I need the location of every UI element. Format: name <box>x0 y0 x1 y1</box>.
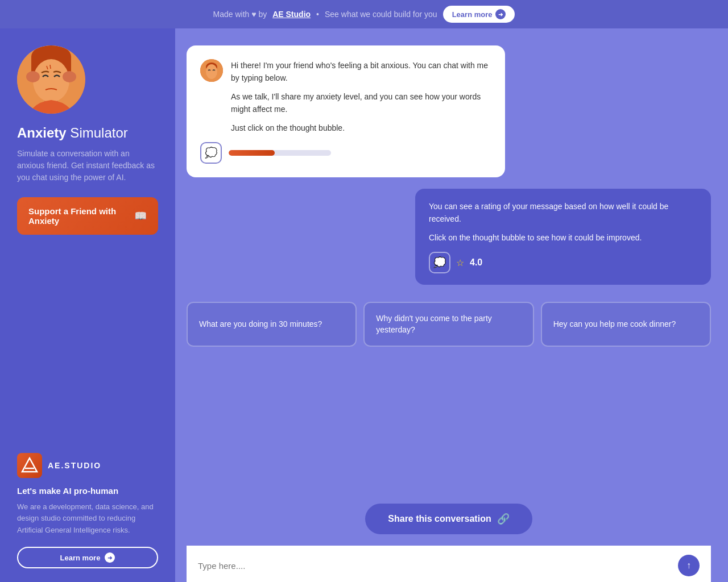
bot-avatar <box>200 59 223 82</box>
arrow-right-icon: ➜ <box>495 9 506 19</box>
app-title: Anxiety Simulator <box>17 125 158 141</box>
anxiety-bar-track <box>229 150 331 156</box>
book-icon: 📖 <box>134 210 147 222</box>
ae-logo-area: AE.STUDIO <box>17 453 158 478</box>
svg-point-11 <box>206 64 217 79</box>
send-button[interactable]: ↑ <box>678 555 700 576</box>
main-layout: Anxiety Simulator Simulate a conversatio… <box>0 28 728 582</box>
thought-bubble-button[interactable]: 💭 <box>200 142 222 164</box>
rating-bubble-icon[interactable]: 💭 <box>429 252 450 273</box>
rating-card: You can see a rating of your message bas… <box>415 189 711 285</box>
bot-message-card: Hi there! I'm your friend who's feeling … <box>187 45 505 177</box>
svg-point-5 <box>26 71 40 82</box>
ae-description-footer: We are a development, data science, and … <box>17 501 158 537</box>
learn-more-button-top[interactable]: Learn more ➜ <box>443 6 515 23</box>
ae-studio-footer-label: AE.STUDIO <box>48 461 101 470</box>
top-banner: Made with ♥ by AE Studio • See what we c… <box>0 0 728 28</box>
bot-message-header: Hi there! I'm your friend who's feeling … <box>200 59 491 134</box>
app-description: Simulate a conversation with an anxious … <box>17 148 158 184</box>
send-icon: ↑ <box>686 560 691 571</box>
share-icon: 🔗 <box>497 513 510 525</box>
share-conversation-button[interactable]: Share this conversation 🔗 <box>365 504 532 534</box>
see-text: See what we could build for you <box>325 10 437 19</box>
svg-point-6 <box>63 71 76 82</box>
share-btn-container: Share this conversation 🔗 <box>187 492 711 546</box>
suggestion-chip-1[interactable]: What are you doing in 30 minutes? <box>187 302 357 347</box>
avatar <box>17 45 85 114</box>
suggestion-chip-2[interactable]: Why didn't you come to the party yesterd… <box>363 302 533 347</box>
sidebar: Anxiety Simulator Simulate a conversatio… <box>0 28 175 582</box>
chat-input[interactable] <box>198 556 672 575</box>
suggestions-row: What are you doing in 30 minutes? Why di… <box>187 302 711 347</box>
svg-point-4 <box>33 59 69 102</box>
sidebar-footer: AE.STUDIO Let's make AI pro-human We are… <box>17 442 158 568</box>
input-area: ↑ <box>187 546 711 582</box>
arrow-right-icon-sidebar: ➜ <box>105 552 115 563</box>
svg-marker-7 <box>22 458 37 472</box>
bot-message-text: Hi there! I'm your friend who's feeling … <box>231 59 491 134</box>
main-content: Hi there! I'm your friend who's feeling … <box>175 28 728 582</box>
ae-logo-icon <box>17 453 42 478</box>
ae-studio-link[interactable]: AE Studio <box>272 10 311 19</box>
star-icon: ☆ <box>456 257 464 268</box>
suggestion-chip-3[interactable]: Hey can you help me cook dinner? <box>541 302 711 347</box>
support-friend-button[interactable]: Support a Friend with Anxiety 📖 <box>17 197 158 235</box>
rating-row: 💭 ☆ 4.0 <box>429 252 697 273</box>
anxiety-bar-row: 💭 <box>200 142 491 164</box>
rating-value: 4.0 <box>470 257 482 268</box>
anxiety-bar-fill <box>229 150 275 156</box>
learn-more-button-sidebar[interactable]: Learn more ➜ <box>17 547 158 568</box>
lets-make-title: Let's make AI pro-human <box>17 486 158 496</box>
dot-separator: • <box>316 10 319 19</box>
made-with-text: Made with ♥ by <box>213 10 267 19</box>
